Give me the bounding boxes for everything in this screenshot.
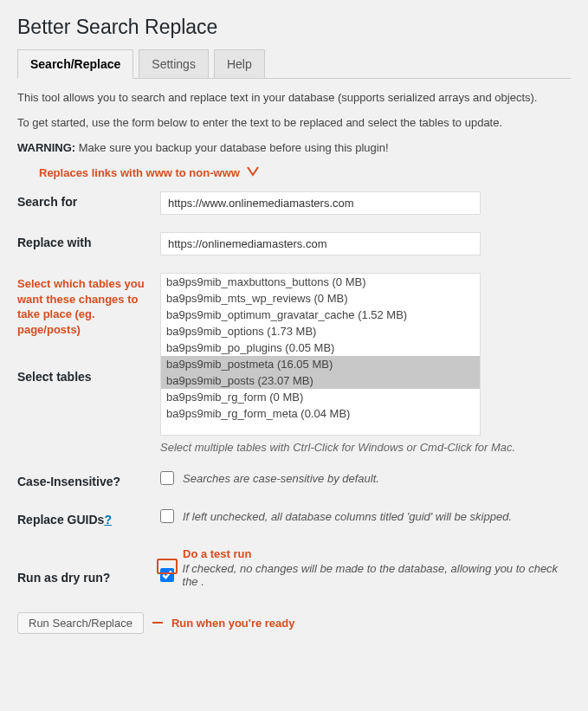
tab-search-replace[interactable]: Search/Replace xyxy=(17,49,133,79)
page-title: Better Search Replace xyxy=(17,0,571,49)
guids-help-link[interactable]: ? xyxy=(104,513,112,527)
table-option[interactable]: ba9ps9mib_po_plugins (0.05 MB) xyxy=(161,339,480,356)
table-option[interactable]: ba9ps9mib_posts (23.07 MB) xyxy=(161,372,480,389)
table-option[interactable]: ba9ps9mib_optimum_gravatar_cache (1.52 M… xyxy=(161,307,480,323)
dryrun-label: Run as dry run? xyxy=(17,539,160,597)
annotation-arrow-icon xyxy=(247,166,259,181)
intro-warning: WARNING: Make sure you backup your datab… xyxy=(17,141,571,154)
warning-text: Make sure you backup your database befor… xyxy=(75,141,388,154)
intro-line-2: To get started, use the form below to en… xyxy=(17,116,571,129)
case-checkbox[interactable] xyxy=(160,471,174,485)
annotation-arrow-icon xyxy=(152,617,163,630)
annotation-tables: Select which tables you want these chang… xyxy=(17,276,152,337)
tables-listbox[interactable]: ba9ps9mib_maxbuttons_buttons (0 MB)ba9ps… xyxy=(160,273,481,436)
annotation-dryrun: Do a test run xyxy=(183,547,571,560)
tab-help[interactable]: Help xyxy=(214,49,265,79)
table-option[interactable]: ba9ps9mib_rg_form_meta (0.04 MB) xyxy=(161,405,480,422)
run-search-replace-button[interactable]: Run Search/Replace xyxy=(17,612,144,634)
intro-line-1: This tool allows you to search and repla… xyxy=(17,91,571,104)
replace-label: Replace with xyxy=(17,223,160,264)
search-input[interactable] xyxy=(160,191,481,215)
case-label: Case-Insensitive? xyxy=(17,462,160,501)
annotation-www: Replaces links with www to non-www xyxy=(39,166,571,181)
tables-hint: Select multiple tables with Ctrl-Click f… xyxy=(160,441,571,454)
table-option[interactable]: ba9ps9mib_maxbuttons_buttons (0 MB) xyxy=(161,274,480,290)
table-option[interactable]: ba9ps9mib_postmeta (16.05 MB) xyxy=(161,356,480,372)
annotation-submit: Run when you're ready xyxy=(171,617,295,630)
replace-input[interactable] xyxy=(160,232,481,255)
dryrun-desc: If checked, no changes will be made to t… xyxy=(183,562,571,588)
intro-text: This tool allows you to search and repla… xyxy=(17,91,571,154)
guids-label: Replace GUIDs xyxy=(17,513,104,527)
tab-settings[interactable]: Settings xyxy=(139,49,209,79)
tabs: Search/Replace Settings Help xyxy=(17,49,571,79)
table-option[interactable]: ba9ps9mib_mts_wp_reviews (0 MB) xyxy=(161,290,480,307)
guids-desc: If left unchecked, all database columns … xyxy=(183,510,512,523)
table-option[interactable]: ba9ps9mib_rg_form (0 MB) xyxy=(161,389,480,405)
case-desc: Searches are case-sensitive by default. xyxy=(183,472,379,485)
dryrun-checkbox[interactable] xyxy=(160,568,174,582)
search-label: Search for xyxy=(17,183,160,223)
table-option[interactable]: ba9ps9mib_options (1.73 MB) xyxy=(161,323,480,339)
tables-label: Select tables xyxy=(17,370,152,384)
guids-checkbox[interactable] xyxy=(160,509,174,523)
warning-label: WARNING: xyxy=(17,141,75,154)
